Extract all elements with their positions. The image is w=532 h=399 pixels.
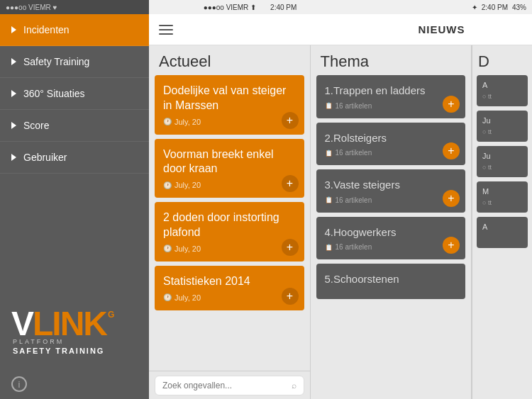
column-actueel: Actueel Dodelijke val van steiger in Mar… <box>149 45 311 399</box>
arrow-icon <box>11 90 16 97</box>
clock-icon: 🕐 <box>163 293 172 301</box>
card-date: July, 20 <box>174 293 201 302</box>
sidebar-label-safety-training: Safety Training <box>23 56 89 67</box>
plus-button[interactable]: + <box>282 112 299 129</box>
clock-icon: 🕐 <box>163 245 172 252</box>
card-date: July, 20 <box>174 118 201 126</box>
search-bar: ⌕ <box>149 371 310 399</box>
plus-button[interactable]: + <box>443 96 460 113</box>
partial-meta: ○ tt <box>482 128 522 135</box>
partial-card-1[interactable]: Ju ○ tt <box>477 111 528 142</box>
partial-card-4[interactable]: A <box>477 217 528 248</box>
card-title: 2.Rolsteigers <box>325 131 458 145</box>
sidebar-label-score: Score <box>23 120 50 131</box>
sidebar-item-safety-training[interactable]: Safety Training <box>0 46 149 78</box>
plus-button[interactable]: + <box>443 237 460 254</box>
sidebar-item-situaties[interactable]: 360° Situaties <box>0 78 149 110</box>
articles-count: 16 artikelen <box>336 243 372 251</box>
column-items-actueel: Dodelijke val van steiger in Marssen 🕐 J… <box>149 75 310 371</box>
plus-button[interactable]: + <box>443 190 460 207</box>
plus-button[interactable]: + <box>443 142 460 159</box>
plus-button[interactable]: + <box>282 288 299 305</box>
partial-card-text: Ju <box>482 152 522 161</box>
sidebar-info: i <box>0 369 149 399</box>
info-icon[interactable]: i <box>11 376 27 392</box>
partial-card-3[interactable]: M ○ tt <box>477 181 528 213</box>
card-thema-2[interactable]: 3.Vaste steigers 📋 16 artikelen + <box>316 169 466 213</box>
card-articles: 📋 16 artikelen <box>325 149 458 157</box>
column-header-derde: D <box>472 45 532 75</box>
sidebar-label-incidenten: Incidenten <box>23 24 70 35</box>
sidebar: Incidenten Safety Training 360° Situatie… <box>0 14 149 399</box>
status-center-time: 2:40 PM <box>270 4 297 11</box>
column-derde: D A ○ tt Ju ○ tt Ju ○ tt M <box>472 45 532 399</box>
sidebar-item-score[interactable]: Score <box>0 110 149 142</box>
card-thema-0[interactable]: 1.Trappen en ladders 📋 16 artikelen + <box>316 75 466 118</box>
clock-icon: 🕐 <box>163 181 172 189</box>
card-articles: 📋 16 artikelen <box>325 102 458 110</box>
status-left-text: ●●●oo VIEMR ♥ <box>6 4 57 11</box>
content-header: NIEUWS <box>149 14 532 45</box>
card-title: Statistieken 2014 <box>163 274 296 289</box>
articles-count: 16 artikelen <box>336 196 372 204</box>
card-date: July, 20 <box>174 245 201 253</box>
articles-count: 16 artikelen <box>336 149 372 157</box>
column-thema: Thema 1.Trappen en ladders 📋 16 artikele… <box>311 45 472 399</box>
arrow-icon <box>11 26 16 33</box>
hamburger-line <box>159 25 173 26</box>
card-date: July, 20 <box>174 181 201 189</box>
card-actueel-2[interactable]: 2 doden door instorting plafond 🕐 July, … <box>155 202 304 262</box>
partial-card-0[interactable]: A ○ tt <box>477 75 528 106</box>
header-title: NIEUWS <box>351 14 532 45</box>
logo-platform: PLATFORM <box>11 338 64 345</box>
articles-icon: 📋 <box>325 244 333 251</box>
card-meta: 🕐 July, 20 <box>163 245 296 253</box>
column-items-thema: 1.Trappen en ladders 📋 16 artikelen + 2.… <box>311 75 472 399</box>
sidebar-label-gebruiker: Gebruiker <box>23 152 67 163</box>
articles-icon: 📋 <box>325 196 333 203</box>
column-header-actueel: Actueel <box>149 45 310 75</box>
card-thema-1[interactable]: 2.Rolsteigers 📋 16 artikelen + <box>316 123 466 166</box>
card-title: 5.Schoorstenen <box>325 272 458 286</box>
card-articles: 📋 16 artikelen <box>325 243 458 251</box>
sidebar-item-incidenten[interactable]: Incidenten <box>0 14 149 46</box>
search-input-wrap: ⌕ <box>155 376 304 395</box>
partial-meta: ○ tt <box>482 93 522 100</box>
logo-link: LINK <box>33 307 106 341</box>
header-center <box>149 14 351 45</box>
search-input[interactable] <box>162 381 292 390</box>
logo-g: G <box>108 310 114 320</box>
card-actueel-3[interactable]: Statistieken 2014 🕐 July, 20 + <box>155 266 304 310</box>
partial-card-2[interactable]: Ju ○ tt <box>477 146 528 177</box>
partial-meta: ○ tt <box>482 164 522 171</box>
partial-items: A ○ tt Ju ○ tt Ju ○ tt M ○ tt <box>472 75 532 399</box>
card-thema-4[interactable]: 5.Schoorstenen <box>316 264 466 299</box>
logo-safety: SAFETY TRAINING <box>11 347 104 355</box>
card-actueel-0[interactable]: Dodelijke val van steiger in Marssen 🕐 J… <box>155 75 304 135</box>
card-thema-3[interactable]: 4.Hoogwerkers 📋 16 artikelen + <box>316 217 466 260</box>
app-body: Incidenten Safety Training 360° Situatie… <box>0 14 532 399</box>
partial-card-text: M <box>482 187 522 196</box>
partial-card-text: A <box>482 223 522 232</box>
articles-icon: 📋 <box>325 150 333 157</box>
card-title: Voorman breekt enkel door kraan <box>163 147 296 177</box>
card-title: 1.Trappen en ladders <box>325 84 458 98</box>
column-header-thema: Thema <box>311 45 472 75</box>
card-articles: 📋 16 artikelen <box>325 196 458 204</box>
card-meta: 🕐 July, 20 <box>163 181 296 189</box>
arrow-icon <box>11 58 16 65</box>
articles-count: 16 artikelen <box>336 102 372 110</box>
hamburger-line <box>159 29 173 30</box>
sidebar-nav: Incidenten Safety Training 360° Situatie… <box>0 14 149 293</box>
status-bar-left: ●●●oo VIEMR ♥ <box>0 0 149 14</box>
plus-button[interactable]: + <box>282 239 299 256</box>
sidebar-item-gebruiker[interactable]: Gebruiker <box>0 142 149 174</box>
clock-icon: 🕐 <box>163 118 172 125</box>
hamburger-icon[interactable] <box>159 25 173 35</box>
plus-button[interactable]: + <box>282 175 299 192</box>
status-center-signal: ●●●oo VIEMR ⬆ <box>204 4 256 11</box>
status-right-time: 2:40 PM <box>482 4 508 11</box>
card-title: Dodelijke val van steiger in Marssen <box>163 84 296 113</box>
card-actueel-1[interactable]: Voorman breekt enkel door kraan 🕐 July, … <box>155 139 304 198</box>
sidebar-logo: V LINK G PLATFORM SAFETY TRAINING <box>0 293 149 369</box>
